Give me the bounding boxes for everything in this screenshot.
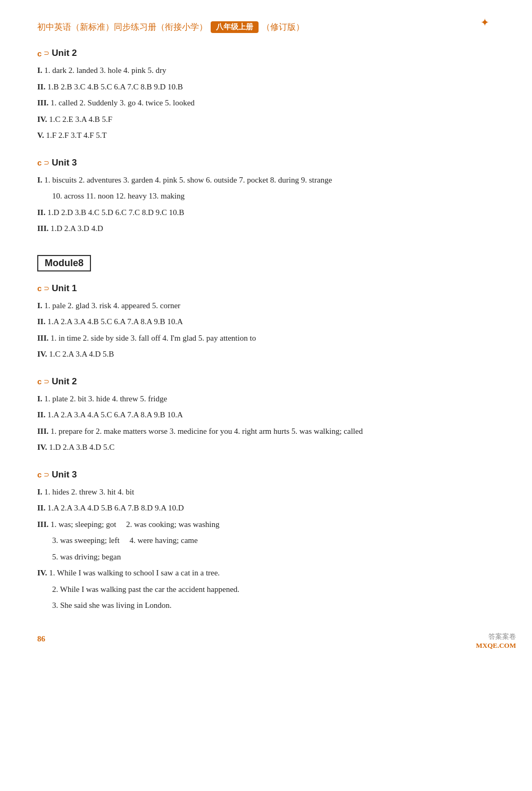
answer-line: V. 1.F 2.F 3.T 4.F 5.T	[37, 129, 495, 143]
answer-line: II. 1.A 2.A 3.A 4.B 5.C 6.A 7.A 8.A 9.B …	[37, 315, 495, 329]
module8-unit2-section: c ⊃ Unit 2 I. 1. plate 2. bit 3. hide 4.…	[37, 376, 495, 455]
roman-III: III.	[37, 98, 48, 107]
arrow-icon: ⊃	[44, 471, 49, 479]
answer-text: 1. in time 2. side by side 3. fall off 4…	[51, 334, 256, 342]
answer-text: 1.F 2.F 3.T 4.F 5.T	[46, 131, 106, 139]
answer-text: 1.D 2.A 3.D 4.D	[51, 224, 103, 233]
roman-III: III.	[37, 520, 48, 529]
roman-V: V.	[37, 131, 44, 139]
answer-line: II. 1.A 2.A 3.A 4.A 5.C 6.A 7.A 8.A 9.B …	[37, 408, 495, 422]
roman-IV: IV.	[37, 443, 47, 451]
answer-text: 1.B 2.B 3.C 4.B 5.C 6.A 7.C 8.B 9.D 10.B	[47, 83, 183, 91]
answer-text: 1.D 2.A 3.B 4.D 5.C	[49, 443, 114, 451]
answer-text: 1. dark 2. landed 3. hole 4. pink 5. dry	[44, 66, 166, 75]
watermark-line1: 答案案卷	[476, 632, 516, 641]
answer-text: 1.D 2.D 3.B 4.C 5.D 6.C 7.C 8.D 9.C 10.B	[47, 208, 184, 217]
answer-text: 1. prepare for 2. make matters worse 3. …	[51, 427, 363, 435]
answer-text: 3. was sweeping; left 4. were having; ca…	[52, 536, 198, 545]
answer-line: II. 1.D 2.D 3.B 4.C 5.D 6.C 7.C 8.D 9.C …	[37, 206, 495, 220]
page-header: 初中英语（新标准）同步练习册（衔接小学） 八年级上册 （修订版）	[37, 21, 495, 33]
answer-line: IV. 1. While I was walking to school I s…	[37, 566, 495, 580]
unit3-m8-title: Unit 3	[52, 469, 77, 480]
unit2-m8-header: c ⊃ Unit 2	[37, 376, 495, 387]
answer-line: IV. 1.C 2.A 3.A 4.D 5.B	[37, 348, 495, 361]
roman-III: III.	[37, 334, 48, 342]
roman-III: III.	[37, 224, 48, 233]
roman-II: II.	[37, 208, 45, 217]
answer-text: 1. pale 2. glad 3. risk 4. appeared 5. c…	[44, 301, 180, 310]
unit2-title: Unit 2	[52, 48, 77, 59]
answer-line: I. 1. hides 2. threw 3. hit 4. bit	[37, 485, 495, 499]
answer-text: 1. biscuits 2. adventures 3. garden 4. p…	[44, 176, 332, 184]
page: ✦ 初中英语（新标准）同步练习册（衔接小学） 八年级上册 （修订版） c ⊃ U…	[0, 0, 532, 660]
unit1-m8-header: c ⊃ Unit 1	[37, 283, 495, 294]
roman-II: II.	[37, 83, 45, 91]
page-number: 86	[37, 635, 45, 644]
answer-text: 3. She said she was living in London.	[52, 601, 172, 609]
watermark-line2: MXQE.COM	[476, 641, 516, 650]
module8-unit3-section: c ⊃ Unit 3 I. 1. hides 2. threw 3. hit 4…	[37, 469, 495, 613]
answer-text: 2. While I was walking past the car the …	[52, 585, 239, 594]
top-icon: ✦	[480, 16, 489, 29]
arrow-icon: ⊃	[44, 159, 49, 167]
roman-I: I.	[37, 488, 43, 496]
answer-line: II. 1.B 2.B 3.C 4.B 5.C 6.A 7.C 8.B 9.D …	[37, 80, 495, 94]
module8-box: Module8	[37, 255, 91, 271]
answer-line: 3. was sweeping; left 4. were having; ca…	[52, 534, 495, 548]
module7-unit2-section: c ⊃ Unit 2 I. 1. dark 2. landed 3. hole …	[37, 48, 495, 143]
arrow-icon: ⊃	[44, 49, 49, 57]
answer-text: 1. hides 2. threw 3. hit 4. bit	[44, 488, 134, 496]
header-badge: 八年级上册	[211, 21, 259, 33]
roman-I: I.	[37, 301, 43, 310]
answer-line: III. 1. in time 2. side by side 3. fall …	[37, 332, 495, 345]
answer-line: 10. across 11. noon 12. heavy 13. making	[52, 189, 495, 203]
roman-III: III.	[37, 427, 48, 435]
roman-IV: IV.	[37, 115, 47, 123]
answer-text: 1. called 2. Suddenly 3. go 4. twice 5. …	[51, 98, 195, 107]
watermark: 答案案卷 MXQE.COM	[476, 632, 516, 650]
answer-text: 5. was driving; began	[52, 553, 121, 561]
answer-text: 10. across 11. noon 12. heavy 13. making	[52, 192, 185, 200]
answer-line: I. 1. pale 2. glad 3. risk 4. appeared 5…	[37, 299, 495, 313]
roman-I: I.	[37, 66, 43, 75]
arrow-icon: ⊃	[44, 284, 49, 293]
unit2-header: c ⊃ Unit 2	[37, 48, 495, 59]
answer-text: 1.C 2.E 3.A 4.B 5.F	[49, 115, 112, 123]
module7-unit3-section: c ⊃ Unit 3 I. 1. biscuits 2. adventures …	[37, 158, 495, 236]
c-icon: c	[37, 377, 41, 386]
unit2-m8-title: Unit 2	[52, 376, 77, 387]
answer-line: 5. was driving; began	[52, 550, 495, 564]
roman-I: I.	[37, 394, 43, 403]
unit3-title: Unit 3	[52, 158, 77, 168]
c-icon: c	[37, 470, 41, 479]
answer-text: 1. was; sleeping; got 2. was cooking; wa…	[51, 520, 219, 529]
unit3-header: c ⊃ Unit 3	[37, 158, 495, 168]
answer-line: 2. While I was walking past the car the …	[52, 583, 495, 597]
answer-line: 3. She said she was living in London.	[52, 599, 495, 613]
answer-text: 1. While I was walking to school I saw a…	[49, 568, 220, 577]
c-icon: c	[37, 49, 41, 58]
roman-I: I.	[37, 176, 43, 184]
answer-line: I. 1. plate 2. bit 3. hide 4. threw 5. f…	[37, 392, 495, 406]
header-revision: （修订版）	[262, 22, 304, 33]
answer-text: 1.A 2.A 3.A 4.A 5.C 6.A 7.A 8.A 9.B 10.A	[47, 410, 183, 419]
answer-text: 1.A 2.A 3.A 4.D 5.B 6.A 7.B 8.D 9.A 10.D	[47, 504, 184, 512]
answer-line: II. 1.A 2.A 3.A 4.D 5.B 6.A 7.B 8.D 9.A …	[37, 501, 495, 515]
roman-IV: IV.	[37, 568, 47, 577]
roman-II: II.	[37, 504, 45, 512]
arrow-icon: ⊃	[44, 377, 49, 386]
answer-line: I. 1. dark 2. landed 3. hole 4. pink 5. …	[37, 64, 495, 78]
unit3-m8-header: c ⊃ Unit 3	[37, 469, 495, 480]
answer-line: IV. 1.D 2.A 3.B 4.D 5.C	[37, 441, 495, 455]
answer-line: III. 1. was; sleeping; got 2. was cookin…	[37, 518, 495, 532]
roman-II: II.	[37, 317, 45, 326]
answer-text: 1. plate 2. bit 3. hide 4. threw 5. frid…	[44, 394, 167, 403]
module8-unit1-section: c ⊃ Unit 1 I. 1. pale 2. glad 3. risk 4.…	[37, 283, 495, 361]
answer-line: IV. 1.C 2.E 3.A 4.B 5.F	[37, 113, 495, 127]
answer-text: 1.A 2.A 3.A 4.B 5.C 6.A 7.A 8.A 9.B 10.A	[47, 317, 183, 326]
answer-text: 1.C 2.A 3.A 4.D 5.B	[49, 350, 114, 358]
c-icon: c	[37, 284, 41, 293]
answer-line: III. 1.D 2.A 3.D 4.D	[37, 222, 495, 236]
roman-II: II.	[37, 410, 45, 419]
answer-line: I. 1. biscuits 2. adventures 3. garden 4…	[37, 174, 495, 187]
